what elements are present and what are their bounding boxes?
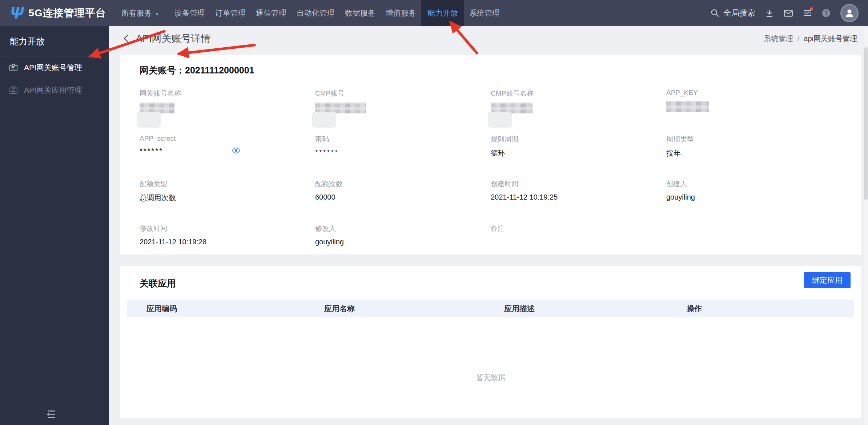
main-nav: 所有服务∨ 设备管理 订单管理 通信管理 自动化管理 数据服务 增值服务 能力开… <box>116 0 505 26</box>
monitor-icon[interactable] <box>803 9 812 17</box>
field-cycle-type: 周期类型 按年 <box>666 135 842 158</box>
field-quota-type: 配额类型 总调用次数 <box>140 179 315 203</box>
sidebar-item-api-gateway-account-mgmt[interactable]: API网关账号管理 <box>0 56 109 79</box>
notification-dot <box>810 7 813 11</box>
detail-fields-grid: 网关账号名称 CMP账号 CMP账号名称 APP_KEY APP_screct … <box>140 89 842 268</box>
related-apps-title: 关联应用 <box>140 277 176 289</box>
breadcrumb-item-system-mgmt[interactable]: 系统管理 <box>764 34 793 44</box>
related-apps-header: 关联应用 绑定应用 <box>127 266 854 289</box>
empty-state-text: 暂无数据 <box>127 373 854 382</box>
user-icon <box>844 8 855 19</box>
main-content: API网关账号详情 系统管理 / api网关账号管理 网关账号：20211112… <box>109 26 868 425</box>
nav-item-device-mgmt[interactable]: 设备管理 <box>169 0 210 26</box>
apps-table-header: 应用编码 应用名称 应用描述 操作 <box>127 300 854 317</box>
field-app-secret: APP_screct ****** <box>140 135 315 158</box>
nav-item-value-added-services[interactable]: 增值服务 <box>381 0 421 26</box>
platform-title: 5G连接管理平台 <box>28 6 106 20</box>
scrollbar-thumb[interactable] <box>864 47 868 200</box>
redacted-value <box>491 103 533 113</box>
back-button[interactable] <box>122 34 130 43</box>
page-header: API网关账号详情 系统管理 / api网关账号管理 <box>109 26 868 51</box>
field-app-key: APP_KEY <box>666 89 842 113</box>
breadcrumb-separator: / <box>797 35 800 43</box>
telecom-logo-icon: Ψ <box>10 5 23 21</box>
field-cmp-account: CMP账号 <box>315 89 491 113</box>
vertical-scrollbar[interactable] <box>864 26 868 425</box>
field-gateway-account-name: 网关账号名称 <box>140 89 315 113</box>
field-rule-cycle: 规则周期 循环 <box>491 135 666 158</box>
help-icon[interactable]: ? <box>822 9 831 17</box>
breadcrumb-current: api网关账号管理 <box>804 34 857 44</box>
account-number-title: 网关账号：20211112000001 <box>140 64 842 76</box>
menu-fold-icon <box>46 409 57 419</box>
top-navbar: Ψ 5G连接管理平台 所有服务∨ 设备管理 订单管理 通信管理 自动化管理 数据… <box>0 0 868 26</box>
field-password: 密码 ****** <box>315 135 491 158</box>
account-detail-card: 网关账号：20211112000001 网关账号名称 CMP账号 CMP账号名称… <box>120 55 861 254</box>
global-search[interactable]: 全局搜索 <box>710 8 755 19</box>
sidebar-item-api-gateway-app-mgmt[interactable]: API网关应用管理 <box>0 79 109 101</box>
field-modifier: 修改人 gouyiling <box>315 224 491 246</box>
download-icon[interactable] <box>765 9 774 17</box>
breadcrumb: 系统管理 / api网关账号管理 <box>764 26 857 51</box>
page-title: API网关账号详情 <box>136 32 211 45</box>
field-spacer <box>666 224 842 246</box>
sidebar: 能力开放 API网关账号管理 API网关应用管理 <box>0 26 109 425</box>
field-creator: 创建人 gouyiling <box>666 179 842 203</box>
nav-item-capability-open[interactable]: 能力开放 <box>421 0 464 26</box>
toggle-secret-visibility-button[interactable] <box>231 146 241 155</box>
search-icon <box>710 8 720 18</box>
field-remark: 备注 <box>491 224 666 246</box>
chevron-left-icon <box>122 34 130 43</box>
field-create-time: 创建时间 2021-11-12 10:19:25 <box>491 179 666 203</box>
col-actions: 操作 <box>667 304 854 314</box>
related-apps-card: 关联应用 绑定应用 应用编码 应用名称 应用描述 操作 暂无数据 <box>120 266 861 418</box>
clipboard-icon <box>9 85 18 95</box>
mail-icon[interactable] <box>784 9 793 17</box>
redacted-value <box>140 103 174 113</box>
nav-item-data-services[interactable]: 数据服务 <box>340 0 381 26</box>
redacted-value <box>315 103 366 113</box>
navbar-right-tools: 全局搜索 ? <box>710 4 868 22</box>
chevron-down-icon: ∨ <box>155 4 159 24</box>
col-app-desc: 应用描述 <box>485 304 667 314</box>
eye-icon <box>231 146 241 155</box>
nav-item-system-mgmt[interactable]: 系统管理 <box>464 0 505 26</box>
nav-item-all-services[interactable]: 所有服务∨ <box>116 0 164 26</box>
svg-text:?: ? <box>825 10 828 16</box>
brand: Ψ 5G连接管理平台 <box>0 5 106 21</box>
nav-item-automation-mgmt[interactable]: 自动化管理 <box>292 0 340 26</box>
field-quota-count: 配额次数 60000 <box>315 179 491 203</box>
bind-app-button[interactable]: 绑定应用 <box>804 272 851 288</box>
col-app-code: 应用编码 <box>127 304 305 314</box>
sidebar-item-label: API网关账号管理 <box>24 63 82 73</box>
sidebar-item-label: API网关应用管理 <box>24 85 82 95</box>
nav-item-order-mgmt[interactable]: 订单管理 <box>210 0 251 26</box>
field-cmp-account-name: CMP账号名称 <box>491 89 666 113</box>
field-modify-time: 修改时间 2021-11-12 10:19:28 <box>140 224 315 246</box>
nav-item-comm-mgmt[interactable]: 通信管理 <box>251 0 292 26</box>
avatar[interactable] <box>840 4 859 22</box>
sidebar-header: 能力开放 <box>0 26 109 56</box>
col-app-name: 应用名称 <box>305 304 485 314</box>
redacted-value <box>666 101 709 112</box>
sidebar-collapse-button[interactable] <box>46 409 57 421</box>
clipboard-icon <box>9 63 18 72</box>
